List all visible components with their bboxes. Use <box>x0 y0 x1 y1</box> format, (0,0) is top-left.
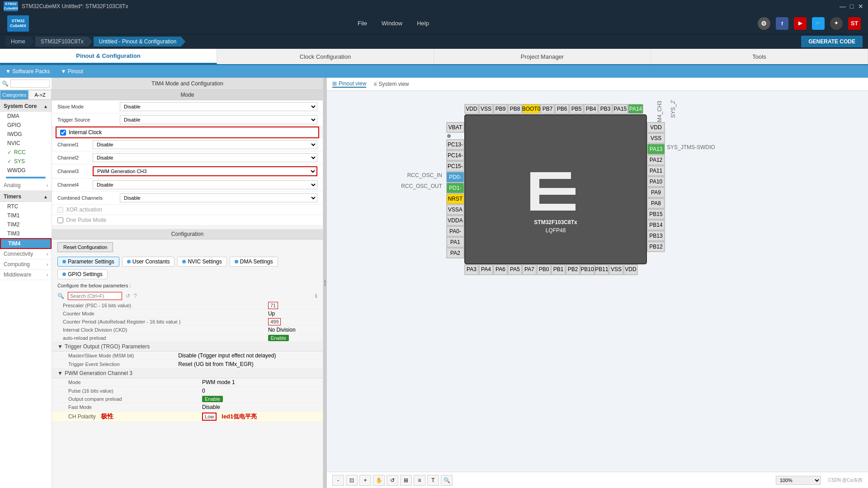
sidebar-item-dma[interactable]: DMA <box>0 112 52 121</box>
sidebar-item-rtc[interactable]: RTC <box>0 202 52 211</box>
reset-configuration-button[interactable]: Reset Configuration <box>57 242 113 252</box>
pwm-mode-label: Mode <box>52 378 197 387</box>
menu-file[interactable]: File <box>358 20 367 27</box>
channel1-select[interactable]: Disable <box>93 140 317 149</box>
svg-text:PB10: PB10 <box>580 266 594 272</box>
zoom-level-select[interactable]: 100% <box>776 476 821 485</box>
network-icon[interactable]: ✦ <box>830 17 843 30</box>
internal-clock-checkbox[interactable] <box>60 130 66 136</box>
minimize-button[interactable]: — <box>839 3 846 10</box>
channel3-select[interactable]: PWM Generation CH3 <box>93 166 317 176</box>
sidebar-section-timers[interactable]: Timers ▲ <box>0 191 52 202</box>
sidebar-search-input[interactable] <box>10 80 50 88</box>
sidebar-item-iwdg[interactable]: IWDG <box>0 130 52 139</box>
sidebar-section-analog[interactable]: Analog › <box>0 180 52 191</box>
sidebar-item-sys[interactable]: SYS <box>0 157 52 166</box>
pwm-group-header[interactable]: ▼ PWM Generation Channel 3 <box>52 369 323 378</box>
channel1-label: Channel1 <box>57 142 89 147</box>
one-pulse-checkbox[interactable] <box>57 217 63 223</box>
chip-bottom-toolbar: - ⊡ + ✋ ↺ ⊞ ≡ T 🔍 100% CSDN @Cui东西 <box>327 472 868 488</box>
sidebar-section-computing[interactable]: Computing › <box>0 259 52 270</box>
sidebar-section-connectivity[interactable]: Connectivity › <box>0 249 52 259</box>
trigger-group-header[interactable]: ▼ Trigger Output (TRGO) Parameters <box>52 342 323 352</box>
refresh-icon[interactable]: ↺ <box>126 293 130 299</box>
sidebar-item-nvic[interactable]: NVIC <box>0 139 52 148</box>
config-tab-user-constants[interactable]: User Constants <box>122 257 175 267</box>
menu-help[interactable]: Help <box>417 20 429 27</box>
zoom-out-button[interactable]: - <box>332 475 344 486</box>
trigger-source-select[interactable]: Disable <box>120 115 317 124</box>
generate-code-button[interactable]: GENERATE CODE <box>801 36 863 47</box>
tab-clock[interactable]: Clock Configuration <box>217 49 434 64</box>
titlebar-controls: — □ ✕ <box>839 3 864 10</box>
st-icon[interactable]: ST <box>848 17 861 30</box>
grid-button[interactable]: ⊞ <box>400 475 412 486</box>
list-button[interactable]: ≡ <box>414 475 425 486</box>
counter-period-value[interactable]: 499 <box>268 318 281 325</box>
sidebar-section-middleware[interactable]: Middleware › <box>0 270 52 280</box>
help-icon[interactable]: ? <box>134 293 137 299</box>
subtab-software-packs[interactable]: ▼ Software Packs <box>5 68 50 75</box>
tab-pinout[interactable]: Pinout & Configuration <box>0 49 217 64</box>
combined-channels-select[interactable]: Disable <box>120 193 317 202</box>
config-tab-dma[interactable]: DMA Settings <box>230 257 278 267</box>
pinout-view-icon: ⊞ <box>332 80 337 87</box>
youtube-icon[interactable]: ▶ <box>794 17 807 30</box>
master-slave-value-cell: Disable (Trigger input effect not delaye… <box>173 352 323 360</box>
auto-reload-value: Enable <box>268 335 289 341</box>
breadcrumb-chip[interactable]: STM32F103C8Tx <box>35 37 93 47</box>
svg-text:PB7: PB7 <box>542 106 553 112</box>
config-tab-parameter[interactable]: Parameter Settings <box>57 257 119 267</box>
channel2-select[interactable]: Disable <box>93 153 317 162</box>
svg-text:PB0: PB0 <box>539 266 549 272</box>
pulse-row: Pulse (16 bits value) 0 <box>52 387 323 395</box>
svg-text:PA1: PA1 <box>450 239 460 245</box>
close-button[interactable]: ✕ <box>857 3 864 10</box>
facebook-icon[interactable]: f <box>776 17 788 30</box>
sidebar-tab-categories[interactable]: Categories <box>0 90 28 100</box>
sidebar-item-tim1[interactable]: TIM1 <box>0 211 52 220</box>
trigger-event-label: Trigger Event Selection <box>52 360 173 369</box>
labels-button[interactable]: T <box>427 475 439 486</box>
channel4-select[interactable]: Disable <box>93 180 317 189</box>
sidebar-tab-az[interactable]: A->Z <box>28 90 52 100</box>
zoom-in-button[interactable]: + <box>359 475 371 486</box>
search-chip-button[interactable]: 🔍 <box>441 475 453 486</box>
xor-checkbox[interactable] <box>57 207 63 213</box>
tab-tools[interactable]: Tools <box>651 49 868 64</box>
menu-window[interactable]: Window <box>382 20 402 27</box>
subtab-pinout[interactable]: ▼ Pinout <box>61 68 83 75</box>
prescaler-value[interactable]: 71 <box>268 302 278 309</box>
svg-text:PA5: PA5 <box>510 266 520 272</box>
breadcrumb-current[interactable]: Untitled - Pinout & Configuration <box>94 37 185 47</box>
rotate-button[interactable]: ↺ <box>387 475 398 486</box>
view-tab-pinout[interactable]: ⊞ Pinout view <box>332 80 366 88</box>
slave-mode-select[interactable]: Disable <box>120 102 317 111</box>
sidebar-item-tim3[interactable]: TIM3 <box>0 229 52 238</box>
param-tab-dot <box>62 260 66 263</box>
panel-divider[interactable]: ⋮ <box>323 78 327 488</box>
sidebar-item-rcc[interactable]: RCC <box>0 148 52 157</box>
maximize-button[interactable]: □ <box>848 3 855 10</box>
config-tab-nvic[interactable]: NVIC Settings <box>177 257 226 267</box>
twitter-icon[interactable]: 🐦 <box>812 17 825 30</box>
pulse-label: Pulse (16 bits value) <box>52 387 197 395</box>
ch-polarity-value[interactable]: Low <box>202 413 217 421</box>
settings-icon[interactable]: ⚙ <box>758 17 770 30</box>
param-search-input[interactable] <box>68 292 122 300</box>
tab-project[interactable]: Project Manager <box>434 49 651 64</box>
sidebar-section-system-core[interactable]: System Core ▲ <box>0 100 52 112</box>
pan-button[interactable]: ✋ <box>373 475 385 486</box>
ckd-value-cell: No Division <box>263 326 323 334</box>
sidebar-item-tim2[interactable]: TIM2 <box>0 220 52 229</box>
sidebar-item-gpio[interactable]: GPIO <box>0 121 52 130</box>
stm32-logo: STM32CubeMX <box>7 15 29 32</box>
config-tab-gpio[interactable]: GPIO Settings <box>57 269 108 279</box>
sidebar-item-tim4[interactable]: TIM4 <box>0 238 52 249</box>
sidebar-item-wwdg[interactable]: WWDG <box>0 166 52 175</box>
output-preload-row: Output compare preload Enable <box>52 395 323 403</box>
view-tab-system[interactable]: ≡ System view <box>373 81 409 87</box>
breadcrumb-home[interactable]: Home <box>5 37 34 47</box>
expand-button[interactable]: ⊡ <box>346 475 358 486</box>
svg-text:PB11: PB11 <box>595 266 609 272</box>
